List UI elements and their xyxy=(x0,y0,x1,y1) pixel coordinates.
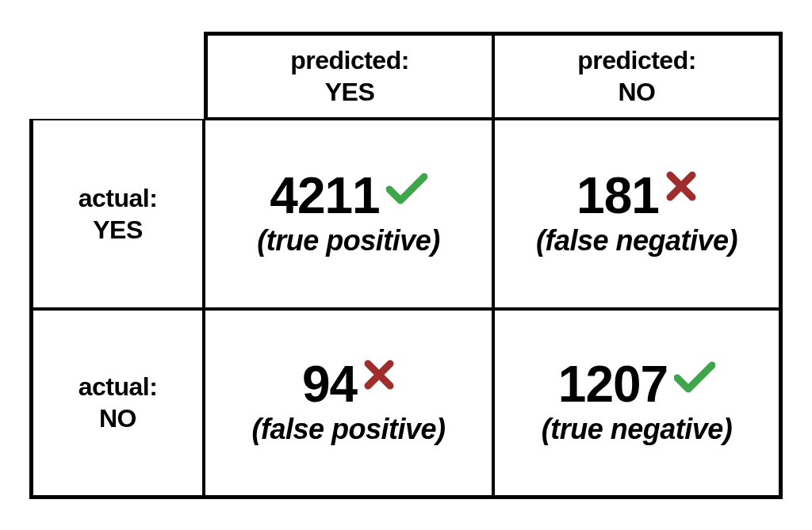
check-icon xyxy=(674,360,715,394)
cell-annotation: (true negative) xyxy=(542,413,733,446)
cell-value: 181 xyxy=(576,170,659,221)
header-text: YES xyxy=(325,76,375,108)
cell-false-negative: 181 (false negative) xyxy=(493,119,783,309)
value-row: 181 xyxy=(576,170,697,221)
header-text: predicted: xyxy=(290,44,409,76)
blank-corner xyxy=(29,32,204,119)
cell-value: 1207 xyxy=(558,359,668,410)
header-text: actual: xyxy=(79,371,158,402)
cell-false-positive: 94 (false positive) xyxy=(204,309,493,499)
cell-annotation: (false negative) xyxy=(536,224,737,257)
col-header-predicted-no: predicted: NO xyxy=(493,32,783,119)
header-text: actual: xyxy=(79,182,158,214)
cell-true-negative: 1207 (true negative) xyxy=(493,309,783,499)
cell-value: 4211 xyxy=(270,170,379,221)
confusion-matrix: predicted: YES predicted: NO actual: YES… xyxy=(29,32,783,499)
value-row: 1207 xyxy=(558,359,715,410)
x-icon xyxy=(665,170,697,202)
header-text: NO xyxy=(619,76,656,108)
row-header-actual-no: actual: NO xyxy=(29,309,204,499)
x-icon xyxy=(363,359,395,391)
header-text: predicted: xyxy=(577,44,696,76)
value-row: 4211 xyxy=(270,170,427,221)
value-row: 94 xyxy=(302,359,395,410)
col-header-predicted-yes: predicted: YES xyxy=(204,32,493,119)
cell-true-positive: 4211 (true positive) xyxy=(204,119,493,309)
cell-annotation: (true positive) xyxy=(257,224,440,257)
header-text: NO xyxy=(99,402,136,434)
cell-value: 94 xyxy=(302,359,357,410)
row-header-actual-yes: actual: YES xyxy=(29,119,204,309)
check-icon xyxy=(386,172,427,205)
header-text: YES xyxy=(93,214,143,246)
cell-annotation: (false positive) xyxy=(251,413,445,446)
